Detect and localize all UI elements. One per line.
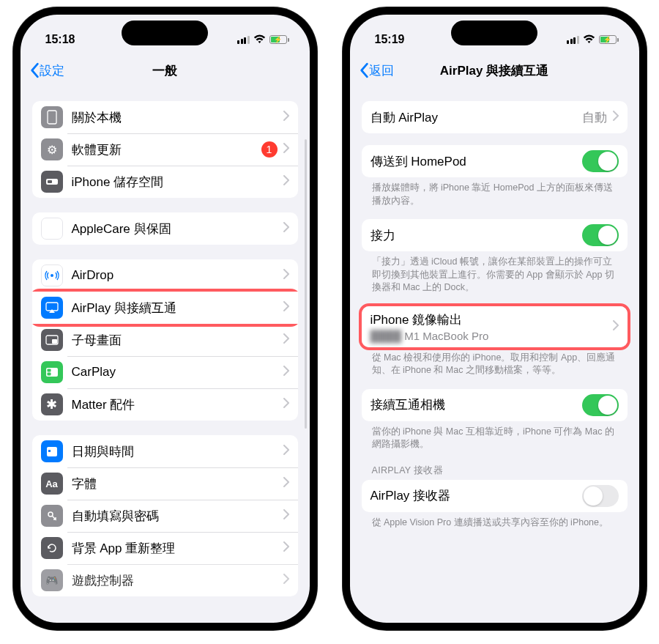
- chevron-right-icon: [283, 477, 289, 490]
- chevron-left-icon: [359, 62, 369, 78]
- row-mirroring[interactable]: iPhone 鏡像輸出 ████ M1 MacBook Pro: [362, 306, 628, 347]
- row-auto-airplay[interactable]: 自動 AirPlay 自動: [362, 101, 628, 133]
- row-label: 字體: [72, 475, 283, 492]
- svg-rect-0: [48, 111, 56, 124]
- chevron-right-icon: [283, 574, 289, 587]
- battery-icon: ⚡: [269, 35, 289, 44]
- row-gamectrl[interactable]: 🎮 遊戲控制器: [32, 564, 298, 596]
- row-continuity-camera[interactable]: 接續互通相機: [362, 389, 628, 421]
- section-header-receiver: AIRPLAY 接收器: [362, 451, 628, 480]
- chevron-right-icon: [283, 398, 289, 411]
- footer-mirroring: 從 Mac 檢視和使用你的 iPhone。取用和控制 App、回應通知、在 iP…: [362, 347, 628, 377]
- row-pip[interactable]: 子母畫面: [32, 324, 298, 356]
- chevron-right-icon: [283, 111, 289, 124]
- row-label: 接力: [371, 227, 582, 244]
- row-storage[interactable]: iPhone 儲存空間: [32, 166, 298, 198]
- chevron-right-icon: [613, 110, 619, 125]
- toggle-airplay-receiver[interactable]: [582, 485, 619, 507]
- gamectrl-icon: 🎮: [41, 569, 63, 591]
- cellular-icon: [237, 36, 250, 44]
- back-button[interactable]: 返回: [359, 62, 394, 79]
- row-label: 接續互通相機: [371, 396, 582, 413]
- row-label: 軟體更新: [72, 141, 261, 158]
- chevron-right-icon: [283, 269, 289, 282]
- chevron-right-icon: [283, 142, 289, 157]
- carplay-icon: [41, 361, 63, 383]
- svg-point-3: [51, 274, 53, 277]
- battery-icon: ⚡: [599, 35, 619, 44]
- device-icon: [41, 106, 63, 128]
- row-software-update[interactable]: ⚙︎ 軟體更新 1: [32, 133, 298, 166]
- row-label: AppleCare 與保固: [72, 221, 283, 237]
- highlight-box-airplay: AirPlay 與接續互通: [32, 289, 298, 327]
- row-value: 自動: [582, 109, 607, 126]
- svg-rect-11: [48, 450, 51, 452]
- chevron-right-icon: [613, 320, 619, 333]
- storage-icon: [41, 171, 63, 193]
- row-subtitle: ████ M1 MacBook Pro: [371, 330, 613, 342]
- row-label: iPhone 儲存空間: [72, 174, 283, 190]
- row-matter[interactable]: ✱ Matter 配件: [32, 388, 298, 421]
- airdrop-icon: [41, 264, 63, 286]
- applecare-icon: [41, 218, 63, 240]
- row-label: 自動 AirPlay: [371, 109, 582, 126]
- row-bgrefresh[interactable]: 背景 App 重新整理: [32, 532, 298, 564]
- row-label: AirDrop: [72, 268, 283, 283]
- dynamic-island: [451, 21, 537, 45]
- row-label: 關於本機: [72, 109, 283, 126]
- chevron-right-icon: [283, 175, 289, 188]
- row-autofill[interactable]: 自動填寫與密碼: [32, 500, 298, 532]
- row-applecare[interactable]: AppleCare 與保固: [32, 212, 298, 245]
- svg-rect-2: [48, 180, 52, 183]
- toggle-continuity-camera[interactable]: [582, 394, 619, 416]
- matter-icon: ✱: [41, 393, 63, 415]
- pip-icon: [41, 329, 63, 351]
- chevron-right-icon: [283, 333, 289, 347]
- chevron-right-icon: [283, 301, 289, 314]
- status-time: 15:18: [45, 33, 75, 46]
- fonts-icon: Aa: [41, 473, 63, 495]
- row-airplay-receiver[interactable]: AirPlay 接收器: [362, 480, 628, 512]
- nav-bar: 設定 一般: [21, 54, 310, 86]
- bgapp-icon: [41, 537, 63, 559]
- row-label: 傳送到 HomePod: [371, 153, 582, 170]
- airplay-icon: [41, 297, 63, 319]
- row-airdrop[interactable]: AirDrop: [32, 259, 298, 292]
- phone-left: 15:18 ⚡ 設定 一般 關於本: [13, 7, 317, 630]
- row-carplay[interactable]: CarPlay: [32, 356, 298, 388]
- footer-homepod: 播放媒體時，將 iPhone 靠近 HomePod 上方的面板來傳送播放內容。: [362, 177, 628, 207]
- toggle-homepod[interactable]: [582, 150, 619, 172]
- row-label: 自動填寫與密碼: [72, 508, 283, 525]
- row-fonts[interactable]: Aa 字體: [32, 467, 298, 500]
- row-label: AirPlay 接收器: [371, 487, 582, 504]
- svg-rect-9: [47, 373, 51, 376]
- row-label: 遊戲控制器: [72, 572, 283, 589]
- status-time: 15:19: [375, 33, 405, 46]
- footer-handoff: 「接力」透過 iCloud 帳號，讓你在某部裝置上的操作可立即切換到其他裝置上進…: [362, 251, 628, 295]
- scrollbar[interactable]: [305, 139, 307, 429]
- row-handoff[interactable]: 接力: [362, 219, 628, 251]
- gear-icon: ⚙︎: [41, 138, 63, 160]
- nav-bar: 返回 AirPlay 與接續互通: [350, 54, 639, 86]
- chevron-left-icon: [29, 62, 40, 78]
- footer-receiver: 從 Apple Vision Pro 連續播送或共享內容至你的 iPhone。: [362, 512, 628, 530]
- chevron-right-icon: [283, 445, 289, 458]
- chevron-right-icon: [283, 509, 289, 522]
- toggle-handoff[interactable]: [582, 224, 619, 246]
- dynamic-island: [122, 21, 208, 45]
- back-button[interactable]: 設定: [29, 62, 64, 79]
- phone-right: 15:19 ⚡ 返回 AirPlay 與接續互通 自動 AirPlay: [343, 7, 647, 630]
- chevron-right-icon: [283, 222, 289, 235]
- datetime-icon: [41, 440, 63, 462]
- back-label: 返回: [369, 62, 394, 79]
- update-badge: 1: [261, 141, 278, 158]
- row-homepod[interactable]: 傳送到 HomePod: [362, 145, 628, 177]
- row-airplay-handoff[interactable]: AirPlay 與接續互通: [32, 292, 298, 324]
- row-about[interactable]: 關於本機: [32, 101, 298, 133]
- row-label: 背景 App 重新整理: [72, 540, 283, 557]
- highlight-box-mirroring: iPhone 鏡像輸出 ████ M1 MacBook Pro: [359, 303, 630, 350]
- chevron-right-icon: [283, 541, 289, 555]
- row-datetime[interactable]: 日期與時間: [32, 435, 298, 467]
- row-label: Matter 配件: [72, 396, 283, 413]
- autofill-icon: [41, 505, 63, 527]
